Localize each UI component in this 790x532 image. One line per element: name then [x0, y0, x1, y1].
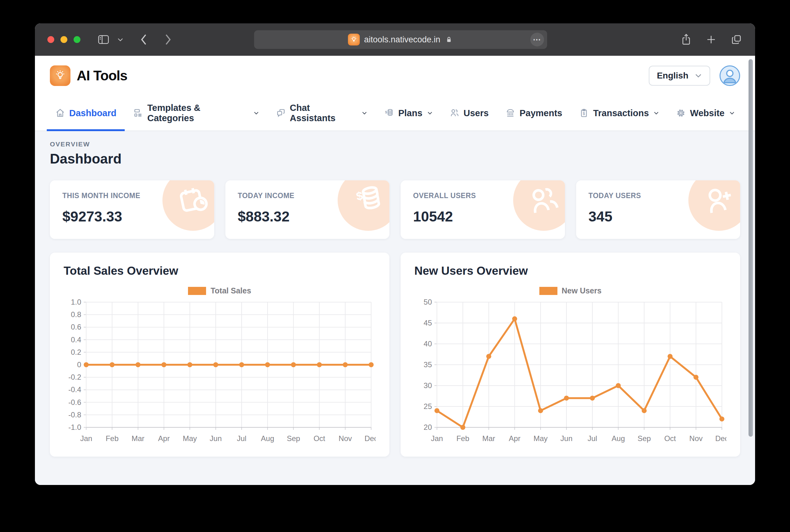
svg-text:30: 30: [424, 381, 432, 390]
charts-row: Total Sales Overview Total Sales 1.00.80…: [50, 253, 740, 457]
tab-overview-icon[interactable]: [731, 34, 742, 45]
svg-text:Nov: Nov: [338, 434, 352, 443]
chevron-down-icon: [695, 73, 702, 78]
chevron-down-icon: [654, 111, 659, 115]
language-selector[interactable]: English: [649, 66, 710, 86]
url-bar[interactable]: aitools.nativecode.in ⋯: [254, 30, 547, 49]
traffic-lights: [48, 36, 80, 43]
svg-text:-0.8: -0.8: [68, 411, 81, 419]
nav-label: Dashboard: [69, 108, 116, 118]
svg-text:-1.0: -1.0: [68, 423, 81, 431]
svg-text:Aug: Aug: [261, 434, 274, 443]
svg-text:Jul: Jul: [237, 434, 246, 443]
new-users-chart-card: New Users Overview New Users 50454035302…: [401, 253, 740, 457]
templates-icon: [133, 108, 143, 118]
site-favicon-lightbulb-icon: [348, 34, 360, 45]
svg-text:20: 20: [424, 423, 432, 431]
chart-legend: New Users: [414, 286, 727, 295]
legend-label: New Users: [562, 286, 602, 295]
svg-text:Jun: Jun: [561, 434, 573, 443]
forward-button[interactable]: [164, 33, 172, 46]
nav-item-website[interactable]: Website: [667, 96, 743, 131]
legend-swatch: [188, 287, 206, 295]
chart-title: New Users Overview: [414, 264, 727, 278]
svg-text:0: 0: [77, 360, 81, 369]
svg-text:Jan: Jan: [80, 434, 92, 443]
nav-label: Transactions: [593, 108, 649, 118]
nav-label: Users: [464, 108, 489, 118]
svg-text:May: May: [533, 434, 548, 443]
sidebar-toggle-icon[interactable]: [98, 35, 109, 44]
screenshot-stage: aitools.nativecode.in ⋯: [0, 0, 790, 532]
total-sales-chart-card: Total Sales Overview Total Sales 1.00.80…: [50, 253, 389, 457]
legend-swatch: [539, 287, 557, 295]
svg-text:-0.4: -0.4: [68, 385, 81, 394]
lock-icon: [445, 35, 453, 44]
gear-icon: [676, 108, 686, 118]
url-text: aitools.nativecode.in: [364, 35, 441, 44]
svg-text:Feb: Feb: [106, 434, 118, 443]
svg-text:Nov: Nov: [689, 434, 703, 443]
zoom-window-button[interactable]: [74, 36, 80, 43]
svg-text:35: 35: [424, 360, 432, 369]
legend-label: Total Sales: [210, 286, 251, 295]
svg-text:45: 45: [424, 319, 432, 327]
svg-text:1.0: 1.0: [71, 298, 81, 306]
stat-card-today-users: TODAY USERS 345: [576, 180, 740, 239]
stat-card-today-income: $ TODAY INCOME $883.32: [225, 180, 390, 239]
new-users-line-chart: 50454035302520JanFebMarAprMayJunJulAugSe…: [414, 298, 727, 446]
chart-legend: Total Sales: [63, 286, 376, 295]
nav-label: Website: [690, 108, 724, 118]
svg-text:Oct: Oct: [664, 434, 676, 443]
browser-titlebar: aitools.nativecode.in ⋯: [35, 23, 755, 56]
brand-name: AI Tools: [77, 68, 127, 83]
bank-icon: [506, 108, 515, 118]
language-label: English: [657, 71, 688, 81]
receipt-icon: $: [579, 108, 589, 118]
chevron-down-icon: [427, 111, 433, 115]
svg-text:May: May: [183, 434, 197, 443]
minimize-window-button[interactable]: [60, 36, 67, 43]
new-tab-plus-icon[interactable]: [706, 34, 716, 45]
nav-item-payments[interactable]: Payments: [497, 96, 571, 131]
svg-text:Dec: Dec: [715, 434, 727, 443]
nav-item-users[interactable]: Users: [441, 96, 497, 131]
user-avatar[interactable]: [719, 65, 740, 86]
main-nav: Dashboard Templates & Categories: [35, 96, 755, 131]
nav-label: Chat Assistants: [290, 103, 357, 124]
nav-item-chat-assistants[interactable]: Chat Assistants: [268, 96, 376, 131]
svg-text:Oct: Oct: [314, 434, 326, 443]
svg-text:-0.2: -0.2: [68, 373, 81, 381]
svg-text:Feb: Feb: [456, 434, 469, 443]
chat-icon: [276, 108, 286, 118]
svg-text:25: 25: [424, 402, 432, 411]
scrollbar-thumb[interactable]: [749, 59, 753, 437]
svg-text:40: 40: [424, 340, 432, 348]
svg-text:Apr: Apr: [158, 434, 170, 443]
share-icon[interactable]: [681, 33, 692, 46]
nav-label: Templates & Categories: [147, 103, 249, 124]
nav-item-dashboard[interactable]: Dashboard: [47, 96, 125, 131]
total-sales-line-chart: 1.00.80.60.40.20-0.2-0.4-0.6-0.8-1.0JanF…: [63, 298, 376, 446]
dashboard-main: OVERVIEW Dashboard THIS MONTH INCO: [35, 131, 755, 457]
page-content: AI Tools English: [35, 56, 755, 485]
users-icon: [449, 108, 460, 118]
dollar-coins-icon: $: [384, 108, 394, 118]
chart-title: Total Sales Overview: [63, 264, 376, 278]
svg-text:Apr: Apr: [509, 434, 520, 443]
chevron-down-icon: [362, 111, 367, 115]
nav-item-plans[interactable]: $ Plans: [376, 96, 441, 131]
svg-text:Sep: Sep: [638, 434, 651, 443]
app-header: AI Tools English: [35, 56, 755, 96]
svg-text:Jun: Jun: [210, 434, 222, 443]
close-window-button[interactable]: [48, 36, 54, 43]
nav-label: Plans: [398, 108, 422, 118]
nav-item-transactions[interactable]: $ Transactions: [571, 96, 667, 131]
back-button[interactable]: [140, 33, 148, 46]
tab-group-chevron-icon[interactable]: [117, 37, 124, 42]
page-title: Dashboard: [50, 151, 740, 167]
page-eyebrow: OVERVIEW: [50, 140, 740, 148]
page-menu-ellipsis-button[interactable]: ⋯: [530, 33, 544, 46]
nav-item-templates-categories[interactable]: Templates & Categories: [125, 96, 267, 131]
chevron-down-icon: [254, 111, 259, 115]
